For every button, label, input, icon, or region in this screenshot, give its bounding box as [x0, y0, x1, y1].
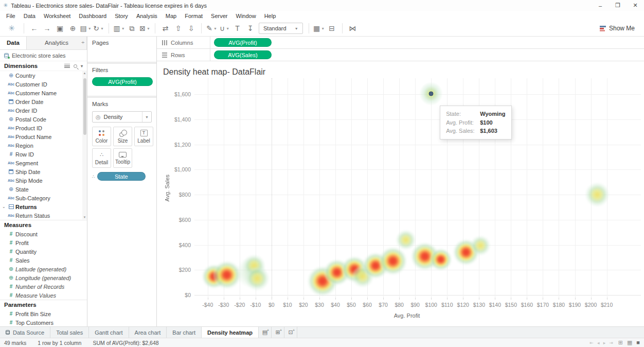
menu-window[interactable]: Window	[232, 12, 260, 20]
highlighted-mark[interactable]	[429, 92, 434, 96]
menu-analysis[interactable]: Analysis	[132, 12, 162, 20]
duplicate-sheet-button[interactable]: ⧉	[126, 22, 138, 34]
save-button[interactable]: ▣	[53, 22, 66, 34]
tab-data[interactable]: Data	[0, 37, 26, 49]
swap-rows-columns-button[interactable]: ⇄	[159, 22, 172, 34]
clear-sheet-button[interactable]: ⊠▼	[138, 22, 151, 34]
field-quantity[interactable]: #Quantity	[0, 247, 87, 256]
menu-dashboard[interactable]: Dashboard	[75, 12, 111, 20]
view-list-icon[interactable]	[64, 64, 70, 68]
color-button[interactable]: Color	[92, 127, 111, 146]
search-icon[interactable]	[74, 64, 77, 68]
dimensions-scrollbar[interactable]: ▲ ▼	[82, 71, 87, 219]
field-order-id[interactable]: AbcOrder ID	[0, 106, 87, 115]
undo-button[interactable]: ←	[28, 22, 41, 34]
redo-button[interactable]: →	[41, 22, 53, 34]
menu-data[interactable]: Data	[20, 12, 40, 20]
dimensions-menu-caret-icon[interactable]: ▾	[81, 64, 83, 68]
tab-density-heatmap[interactable]: Density heatmap	[202, 327, 259, 338]
new-worksheet-tab-button[interactable]: ▤+	[259, 327, 272, 338]
refresh-data-source-button[interactable]: ↻▼	[92, 22, 105, 34]
size-button[interactable]: Size	[113, 127, 132, 146]
menu-help[interactable]: Help	[260, 12, 280, 20]
show-tabs-view-icon[interactable]: ⊞	[618, 339, 623, 346]
field-latitude-generated-[interactable]: ⊕Latitude (generated)	[0, 265, 87, 273]
mark-type-dropdown[interactable]: ◎ Density ▼	[92, 111, 152, 123]
sort-ascending-button[interactable]: ⇧	[172, 22, 185, 34]
field-longitude-generated-[interactable]: ⊕Longitude (generated)	[0, 273, 87, 282]
field-country[interactable]: ⊕Country	[0, 71, 87, 80]
field-sales[interactable]: #Sales	[0, 256, 87, 265]
field-postal-code[interactable]: ⊕Postal Code	[0, 115, 87, 124]
previous-sheet-icon[interactable]: ◂	[597, 340, 600, 345]
tooltip-button[interactable]: Tooltip	[113, 148, 132, 168]
add-view-button[interactable]: ▥▼	[113, 22, 126, 34]
sort-descending-button[interactable]: ⇩	[185, 22, 198, 34]
field-region[interactable]: AbcRegion	[0, 141, 87, 150]
minimize-button[interactable]: –	[592, 0, 609, 11]
field-customer-id[interactable]: AbcCustomer ID	[0, 80, 87, 89]
tab-total-sales[interactable]: Total sales	[50, 327, 89, 338]
field-sub-category[interactable]: AbcSub-Category	[0, 194, 87, 202]
filter-pill-avg-profit[interactable]: AVG(Profit)	[92, 77, 153, 86]
field-segment[interactable]: AbcSegment	[0, 159, 87, 167]
field-ship-date[interactable]: Ship Date	[0, 167, 87, 176]
menu-worksheet[interactable]: Worksheet	[40, 12, 75, 20]
scroll-up-icon[interactable]: ▲	[82, 72, 87, 75]
field-state[interactable]: ⊕State	[0, 185, 87, 194]
menu-story[interactable]: Story	[111, 12, 132, 20]
field-product-name[interactable]: AbcProduct Name	[0, 132, 87, 141]
field-product-id[interactable]: AbcProduct ID	[0, 124, 87, 132]
show-me-button[interactable]: Show Me	[600, 25, 639, 32]
new-worksheet-button[interactable]: ▤▼	[79, 22, 92, 34]
field-top-customers[interactable]: #Top Customers	[0, 318, 87, 327]
field-order-date[interactable]: Order Date	[0, 97, 87, 106]
maximize-button[interactable]: ❐	[609, 0, 627, 11]
first-sheet-icon[interactable]: ⇤	[590, 340, 594, 345]
new-data-source-button[interactable]: ⊕	[66, 22, 79, 34]
menu-server[interactable]: Server	[207, 12, 231, 20]
show-sheet-sorter-icon[interactable]: ■	[636, 339, 640, 346]
menu-map[interactable]: Map	[162, 12, 181, 20]
pane-options-icon[interactable]: ÷	[82, 40, 85, 45]
field-row-id[interactable]: #Row ID	[0, 150, 87, 159]
expand-caret-icon[interactable]: ⌄	[2, 204, 7, 209]
fix-axes-button[interactable]: ↧	[244, 22, 257, 34]
show-filmstrip-view-icon[interactable]: ▦	[627, 339, 632, 346]
presentation-mode-button[interactable]: ⊟	[326, 22, 338, 34]
field-discount[interactable]: #Discount	[0, 230, 87, 238]
field-profit-bin-size[interactable]: #Profit Bin Size	[0, 309, 87, 318]
mark-type-caret-icon[interactable]: ▼	[142, 112, 151, 122]
field-returns[interactable]: ⌄Returns	[0, 202, 87, 211]
last-sheet-icon[interactable]: ⇥	[609, 340, 613, 345]
menu-format[interactable]: Format	[181, 12, 207, 20]
field-number-of-records[interactable]: #Number of Records	[0, 282, 87, 291]
tab-data-source[interactable]: Data Source	[0, 327, 50, 338]
show-hide-cards-button[interactable]: ▦▼	[313, 22, 326, 34]
field-measure-values[interactable]: #Measure Values	[0, 291, 87, 300]
state-pill[interactable]: State	[97, 172, 146, 181]
field-customer-name[interactable]: AbcCustomer Name	[0, 89, 87, 97]
close-button[interactable]: ✕	[627, 0, 644, 11]
tab-area-chart[interactable]: Area chart	[129, 327, 167, 338]
show-mark-labels-button[interactable]: T	[231, 22, 244, 34]
columns-pill-avg-profit[interactable]: AVG(Profit)	[214, 38, 272, 47]
rows-pill-avg-sales[interactable]: AVG(Sales)	[214, 50, 272, 59]
tab-bar-chart[interactable]: Bar chart	[167, 327, 202, 338]
field-profit[interactable]: #Profit	[0, 238, 87, 247]
highlight-button[interactable]: ✎▼	[205, 22, 218, 34]
fit-selector[interactable]: Standard▼	[259, 23, 303, 34]
label-button[interactable]: TLabel	[134, 127, 153, 146]
field-ship-mode[interactable]: AbcShip Mode	[0, 176, 87, 185]
tab-analytics[interactable]: Analytics	[26, 37, 87, 49]
density-heatmap-plot[interactable]: Avg. Sales Avg. Profit State:WyomingAvg.…	[194, 78, 641, 298]
datasource-item[interactable]: Electronic store sales	[0, 50, 87, 61]
scrollbar-thumb[interactable]	[83, 78, 86, 135]
detail-button[interactable]: ∴Detail	[92, 148, 111, 168]
new-story-tab-button[interactable]: ⊡+	[284, 327, 297, 338]
tab-gantt-chart[interactable]: Gantt chart	[89, 327, 129, 338]
menu-file[interactable]: File	[2, 12, 20, 20]
group-members-button[interactable]: ∪▼	[218, 22, 231, 34]
new-dashboard-tab-button[interactable]: ⊞+	[272, 327, 284, 338]
field-return-status[interactable]: AbcReturn Status	[0, 211, 87, 220]
